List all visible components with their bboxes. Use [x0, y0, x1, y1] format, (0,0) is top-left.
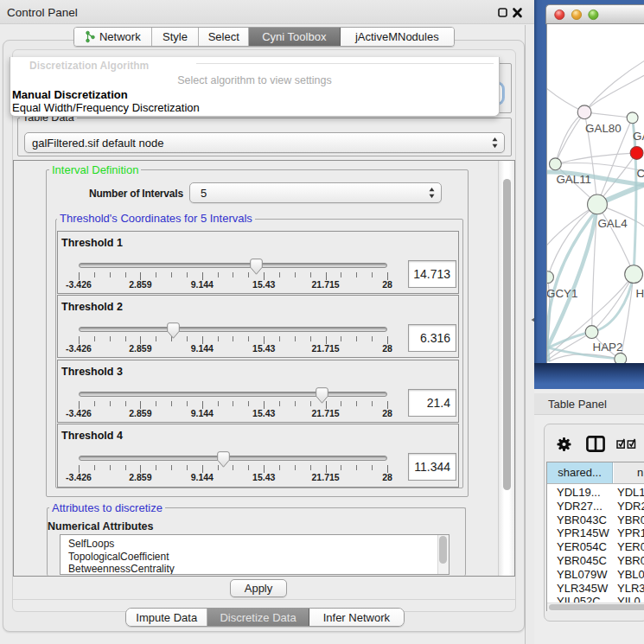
svg-text:C: C	[637, 167, 644, 180]
svg-text:GCY1: GCY1	[546, 287, 577, 300]
svg-text:GAL4: GAL4	[597, 217, 628, 230]
svg-text:GAL11: GAL11	[556, 173, 591, 186]
svg-text:H: H	[636, 287, 644, 300]
svg-text:GA: GA	[633, 130, 644, 143]
svg-text:HAP2: HAP2	[593, 341, 623, 354]
svg-text:GAL80: GAL80	[585, 122, 622, 135]
